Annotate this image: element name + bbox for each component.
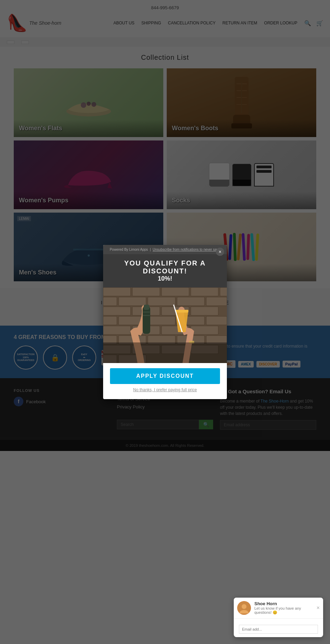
popup-promo-text: YOU QUALIFY FOR A DISCOUNT! 10%! <box>103 254 227 287</box>
chat-close-button[interactable]: × <box>317 605 320 611</box>
svg-rect-50 <box>144 305 149 310</box>
popup-header: Powered By Limoni Apps | Unsubscribe fro… <box>103 245 227 254</box>
svg-rect-52 <box>143 315 150 316</box>
svg-rect-49 <box>143 306 150 334</box>
apply-discount-button[interactable]: APPLY DISCOUNT <box>110 368 220 384</box>
svg-rect-23 <box>177 297 205 306</box>
popup-close-button[interactable]: × <box>216 248 224 256</box>
decline-link[interactable]: No thanks, I prefer paying full price <box>110 387 220 392</box>
svg-rect-17 <box>162 287 189 296</box>
chat-message: Let us know if you have any questions! 😊 <box>254 606 313 615</box>
chat-email-row <box>239 625 318 634</box>
popup-heading: YOU QUALIFY FOR A DISCOUNT! <box>108 259 222 275</box>
svg-rect-56 <box>103 342 227 363</box>
svg-rect-25 <box>103 307 131 315</box>
unsubscribe-link[interactable]: Unsubscribe from notifications to never … <box>153 248 220 251</box>
popup-image <box>103 287 227 363</box>
chat-email-input[interactable] <box>239 625 318 634</box>
svg-rect-22 <box>148 297 175 306</box>
svg-rect-28 <box>191 307 218 315</box>
chat-body <box>234 619 323 637</box>
svg-rect-20 <box>103 297 117 306</box>
chat-header: Shoe Horn Let us know if you have any qu… <box>234 598 323 619</box>
svg-rect-16 <box>132 287 160 296</box>
discount-overlay: × Powered By Limoni Apps | Unsubscribe f… <box>0 0 330 644</box>
svg-rect-34 <box>103 326 131 335</box>
svg-rect-31 <box>148 316 175 325</box>
chat-avatar <box>237 601 251 615</box>
popup-subtext: 10%! <box>158 275 172 282</box>
svg-rect-21 <box>119 297 146 306</box>
svg-rect-18 <box>191 287 218 296</box>
svg-rect-51 <box>143 312 150 313</box>
svg-rect-33 <box>206 316 227 325</box>
chat-name: Shoe Horn <box>254 601 313 606</box>
svg-rect-15 <box>103 287 131 296</box>
svg-point-58 <box>242 604 246 609</box>
chat-info: Shoe Horn Let us know if you have any qu… <box>254 601 313 615</box>
powered-by-text: Powered By Limoni Apps <box>110 248 148 251</box>
svg-rect-19 <box>220 287 227 296</box>
chat-widget: Shoe Horn Let us know if you have any qu… <box>234 598 323 637</box>
svg-rect-37 <box>191 326 218 335</box>
svg-rect-29 <box>103 316 117 325</box>
popup-cta: APPLY DISCOUNT No thanks, I prefer payin… <box>103 363 227 399</box>
svg-rect-24 <box>206 297 227 306</box>
discount-popup: × Powered By Limoni Apps | Unsubscribe f… <box>103 245 227 399</box>
svg-rect-54 <box>175 310 188 313</box>
